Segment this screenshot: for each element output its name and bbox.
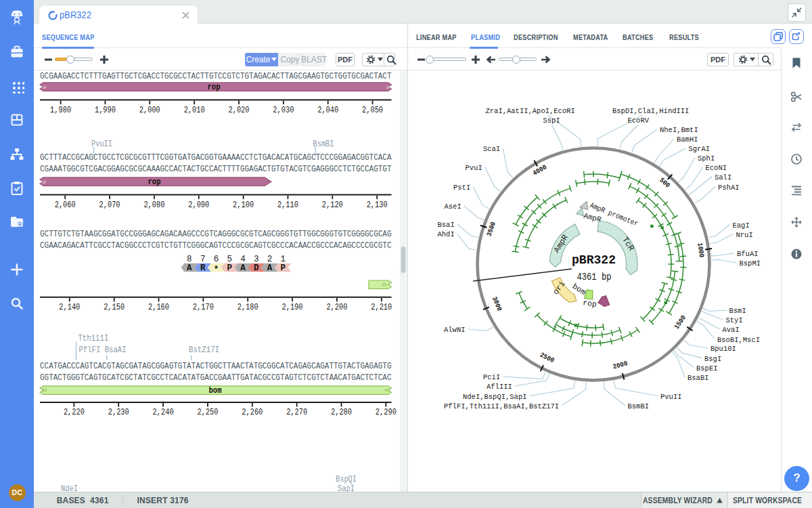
svg-text:pBR322: pBR322 — [572, 253, 616, 268]
svg-text:AhdI: AhdI — [438, 230, 455, 238]
svg-text:2500: 2500 — [539, 352, 556, 365]
svg-text:2,050: 2,050 — [362, 105, 383, 115]
svg-text:2,110: 2,110 — [277, 200, 298, 210]
svg-text:R: R — [200, 263, 206, 273]
svg-text:EagI: EagI — [733, 221, 750, 230]
svg-text:NdeI,BspQI,SapI: NdeI,BspQI,SapI — [463, 393, 527, 401]
svg-text:BsaI: BsaI — [438, 221, 455, 229]
svg-text:2,100: 2,100 — [233, 200, 254, 210]
svg-text:NdeI: NdeI — [61, 484, 78, 492]
svg-text:AmpR: AmpR — [583, 212, 602, 224]
svg-text:GGTACTGGGTCAGTGCATCGCTATCGCCTC: GGTACTGGGTCAGTGCATCGCTATCGCCTCACATATGACC… — [40, 373, 392, 383]
svg-text:2,140: 2,140 — [59, 302, 80, 312]
svg-text:BsmBI: BsmBI — [313, 139, 334, 149]
svg-text:2000: 2000 — [612, 360, 629, 371]
svg-text:2,250: 2,250 — [197, 407, 218, 417]
svg-text:*: * — [214, 265, 219, 274]
svg-text:BstZ17I: BstZ17I — [189, 345, 219, 355]
svg-text:GCTTTACCGCAGCTGCCTCGCGCGTTTCGG: GCTTTACCGCAGCTGCCTCGCGCGTTTCGGTGATGACGGT… — [40, 152, 392, 163]
svg-text:2,020: 2,020 — [229, 105, 250, 115]
svg-text:Bpu10I: Bpu10I — [710, 345, 736, 353]
svg-text:CGAACAGACATTCGCCTACGGCCCTCGTCT: CGAACAGACATTCGCCTACGGCCCTCGTCTGTTCGGGCAG… — [40, 240, 392, 251]
svg-text:PflFI,Tth111I,BsaAI,BstZ17I: PflFI,Tth111I,BsaAI,BstZ17I — [444, 402, 559, 410]
svg-text:2,280: 2,280 — [331, 407, 352, 417]
svg-text:2,130: 2,130 — [367, 200, 388, 210]
svg-text:2,070: 2,070 — [99, 200, 120, 210]
svg-text:AflIII: AflIII — [487, 383, 512, 391]
svg-text:2,150: 2,150 — [104, 302, 125, 312]
svg-text:6: 6 — [214, 255, 219, 264]
svg-text:BspMI: BspMI — [740, 259, 761, 268]
svg-text:SphI: SphI — [698, 154, 715, 163]
svg-text:1000: 1000 — [696, 242, 705, 258]
svg-text:3500: 3500 — [485, 221, 497, 237]
svg-text:PshAI: PshAI — [718, 184, 740, 192]
svg-text:2,030: 2,030 — [273, 105, 294, 115]
svg-text:2,190: 2,190 — [282, 302, 303, 312]
svg-text:PvuI: PvuI — [466, 164, 482, 172]
svg-text:A: A — [240, 263, 246, 273]
svg-text:2,240: 2,240 — [153, 407, 174, 417]
svg-text:NheI,BmtI: NheI,BmtI — [660, 126, 698, 134]
svg-text:EcoRV: EcoRV — [628, 117, 650, 125]
svg-text:»: » — [386, 83, 390, 91]
svg-text:2,270: 2,270 — [286, 407, 307, 417]
svg-text:GCGAAGACCTCTTTGAGTTGCTCGACCTGC: GCGAAGACCTCTTTGAGTTGCTCGACCTGCGCCTACTTGT… — [40, 71, 392, 81]
svg-text:GCTTGTCTGTAAGCGGATGCCGGGAGCAGA: GCTTGTCTGTAAGCGGATGCCGGGAGCAGACAAGCCCGTC… — [40, 229, 392, 239]
svg-text:rop: rop — [148, 177, 161, 187]
svg-text:3000: 3000 — [491, 295, 503, 312]
svg-text:A: A — [187, 263, 192, 273]
svg-text:AseI: AseI — [445, 203, 461, 211]
svg-text:SspI: SspI — [543, 117, 560, 125]
svg-text:1,980: 1,980 — [50, 105, 71, 115]
svg-text:PvuII: PvuII — [91, 139, 112, 149]
svg-text:2,260: 2,260 — [242, 407, 263, 417]
svg-text:2,210: 2,210 — [371, 302, 392, 312]
svg-text:2,040: 2,040 — [317, 105, 338, 115]
svg-text:2,010: 2,010 — [184, 105, 205, 115]
svg-text:4361 bp: 4361 bp — [577, 272, 612, 282]
svg-text:PstI: PstI — [453, 184, 470, 192]
svg-text:2,120: 2,120 — [322, 200, 343, 210]
svg-text:2,230: 2,230 — [108, 407, 129, 417]
svg-text:BspEI: BspEI — [696, 364, 718, 373]
svg-text:P: P — [227, 263, 232, 273]
svg-text:2,170: 2,170 — [193, 302, 214, 312]
svg-text:BsaBI: BsaBI — [687, 374, 709, 382]
svg-text:BamHI: BamHI — [677, 135, 698, 144]
svg-text:2,080: 2,080 — [143, 200, 164, 210]
svg-text:StyI: StyI — [726, 316, 743, 324]
svg-text:PvuII: PvuII — [660, 393, 682, 401]
svg-text:ZraI,AatII,ApoI,EcoRI: ZraI,AatII,ApoI,EcoRI — [486, 107, 575, 115]
svg-text:1500: 1500 — [673, 314, 687, 331]
svg-text:CCATGACCCAGTCACGTAGCGATAGCGGAG: CCATGACCCAGTCACGTAGCGATAGCGGAGTGTATACTGG… — [40, 361, 392, 371]
svg-text:2,060: 2,060 — [55, 200, 76, 210]
svg-text:SapI: SapI — [338, 484, 355, 492]
svg-text:D: D — [254, 263, 259, 273]
svg-text:»: » — [42, 178, 47, 186]
svg-text:P: P — [281, 263, 286, 273]
svg-text:2,200: 2,200 — [326, 302, 347, 312]
svg-text:rop: rop — [582, 298, 597, 309]
svg-text:BsoBI,MscI: BsoBI,MscI — [717, 336, 760, 344]
svg-text:2,160: 2,160 — [148, 302, 169, 312]
svg-text:BsgI: BsgI — [704, 355, 721, 363]
svg-text:AlwNI: AlwNI — [444, 326, 466, 334]
svg-text:2,220: 2,220 — [64, 407, 85, 417]
svg-text:2,290: 2,290 — [376, 407, 397, 417]
svg-text:EcoNI: EcoNI — [706, 164, 727, 172]
svg-text:2,000: 2,000 — [139, 105, 160, 115]
svg-text:AvaI: AvaI — [723, 326, 740, 334]
svg-text:NruI: NruI — [736, 231, 753, 239]
svg-text:Tth111I: Tth111I — [78, 333, 108, 343]
svg-text:2,090: 2,090 — [188, 200, 209, 210]
svg-text:BsmBI: BsmBI — [628, 402, 650, 410]
svg-text:rop: rop — [208, 83, 221, 92]
svg-text:A: A — [267, 263, 273, 273]
svg-text:ScaI: ScaI — [483, 145, 500, 153]
svg-text:»: » — [42, 83, 47, 91]
svg-text:PciI: PciI — [483, 373, 500, 381]
svg-text:SalI: SalI — [715, 173, 731, 182]
svg-text:BfuAI: BfuAI — [737, 250, 759, 258]
svg-text:PflFI BsaAI: PflFI BsaAI — [79, 345, 127, 355]
